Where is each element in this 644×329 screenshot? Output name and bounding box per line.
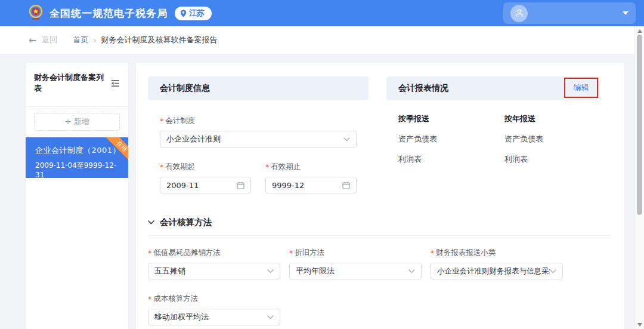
location-badge[interactable]: 江苏 (175, 7, 212, 20)
required-mark: * (148, 294, 151, 303)
field-label: * 会计制度 (160, 116, 357, 126)
sidebar-item-accounting-system-2001[interactable]: 在用 企业会计制度（2001） 2009-11-04至9999-12-31 (26, 137, 128, 178)
field-label: * 财务报表报送小类 (431, 248, 563, 258)
field-label: * 低值易耗品摊销方法 (148, 248, 280, 258)
tax-bureau-emblem-logo (27, 5, 44, 21)
calendar-icon (237, 182, 244, 189)
required-mark: * (160, 162, 163, 171)
field-label: * 有效期止 (265, 162, 357, 172)
filing-list-sidebar: 财务会计制度备案列表 + 新增 在用 企业会计制度（2001） 2009-11-… (26, 63, 128, 329)
annual-filing-heading: 按年报送 (504, 113, 587, 124)
section-title: 会计核算方法 (160, 217, 212, 228)
amortization-method-select[interactable]: 五五摊销 (148, 263, 280, 279)
sidebar-title: 财务会计制度备案列表 (34, 72, 111, 94)
panel-header: 会计报表情况 编辑 (386, 76, 599, 100)
accounting-methods-section: 会计核算方法 * 低值易耗品摊销方法 五五摊销 * 折旧方法 (148, 217, 611, 325)
quarterly-filing-heading: 按季报送 (398, 113, 504, 124)
field-label: * 折旧方法 (289, 248, 422, 258)
date-value: 9999-12 (272, 181, 304, 190)
valid-to-date-input[interactable]: 9999-12 (265, 177, 357, 193)
user-menu[interactable] (503, 2, 636, 24)
scrollbar-thumb[interactable] (637, 35, 642, 215)
app-title: 全国统一规范电子税务局 (49, 7, 168, 20)
select-value: 平均年限法 (296, 266, 335, 276)
vertical-scrollbar[interactable] (634, 26, 644, 329)
date-value: 2009-11 (166, 181, 199, 190)
caret-down-icon[interactable] (623, 11, 628, 15)
breadcrumb-home-link[interactable]: 首页 (73, 35, 88, 45)
breadcrumb: ← 返回 首页 › 财务会计制度及核算软件备案报告 (0, 26, 644, 54)
chevron-down-icon (408, 269, 415, 273)
required-mark: * (148, 248, 151, 257)
edit-button[interactable]: 编辑 (574, 82, 589, 93)
breadcrumb-current: 财务会计制度及核算软件备案报告 (101, 35, 218, 45)
depreciation-method-select[interactable]: 平均年限法 (289, 263, 422, 279)
field-label: * 有效期起 (160, 162, 251, 172)
section-collapse-chevron-icon[interactable] (148, 220, 154, 225)
accounting-system-select[interactable]: 小企业会计准则 (160, 131, 357, 147)
required-mark: * (431, 248, 434, 257)
back-arrow-icon[interactable]: ← (29, 35, 36, 46)
sidebar-divider (26, 106, 128, 107)
scroll-up-arrow-icon[interactable] (637, 29, 642, 33)
panel-title: 会计制度信息 (160, 83, 210, 94)
back-link[interactable]: 返回 (41, 35, 57, 45)
panel-title: 会计报表情况 (398, 83, 448, 94)
report-subtype-select[interactable]: 小企业会计准则财务报表与信息采集 (431, 263, 563, 279)
add-new-button[interactable]: + 新增 (34, 113, 120, 131)
report-item: 利润表 (504, 154, 587, 165)
accounting-system-info-panel: 会计制度信息 * 会计制度 小企业会计准则 * (148, 76, 369, 193)
select-value: 小企业会计准则财务报表与信息采集 (437, 266, 550, 276)
required-mark: * (289, 248, 293, 257)
sidebar-item-date-range: 2009-11-04至9999-12-31 (35, 161, 122, 178)
sidebar-item-name: 企业会计制度（2001） (35, 145, 122, 156)
field-label: * 成本核算方法 (148, 294, 280, 304)
cost-method-select[interactable]: 移动加权平均法 (148, 309, 280, 325)
location-label: 江苏 (189, 8, 205, 19)
chevron-down-icon (267, 269, 274, 273)
panel-header: 会计制度信息 (148, 76, 369, 100)
top-header: 全国统一规范电子税务局 江苏 (0, 0, 644, 26)
select-value: 五五摊销 (154, 266, 185, 276)
required-mark: * (160, 116, 163, 125)
chevron-down-icon (343, 137, 350, 142)
accounting-reports-panel: 会计报表情况 编辑 按季报送 资产负债表 利润表 按年报送 资产负债表 利润表 (386, 76, 599, 165)
main-content-card: 会计制度信息 * 会计制度 小企业会计准则 * (136, 63, 624, 329)
report-item: 资产负债表 (504, 134, 587, 144)
select-value: 移动加权平均法 (154, 312, 209, 322)
section-divider (148, 235, 611, 236)
chevron-down-icon (550, 269, 556, 273)
required-mark: * (265, 162, 269, 171)
avatar (510, 5, 528, 22)
select-value: 小企业会计准则 (166, 134, 221, 144)
chevron-down-icon (267, 315, 274, 319)
valid-from-date-input[interactable]: 2009-11 (160, 177, 251, 193)
annotation-highlight-box: 编辑 (564, 78, 598, 98)
calendar-icon (342, 182, 350, 189)
report-item: 资产负债表 (398, 134, 504, 144)
location-pin-icon (180, 10, 187, 17)
scroll-down-arrow-icon[interactable] (637, 323, 642, 327)
breadcrumb-separator-icon: › (93, 36, 96, 45)
collapse-panel-icon[interactable] (111, 79, 120, 87)
report-item: 利润表 (398, 154, 504, 165)
